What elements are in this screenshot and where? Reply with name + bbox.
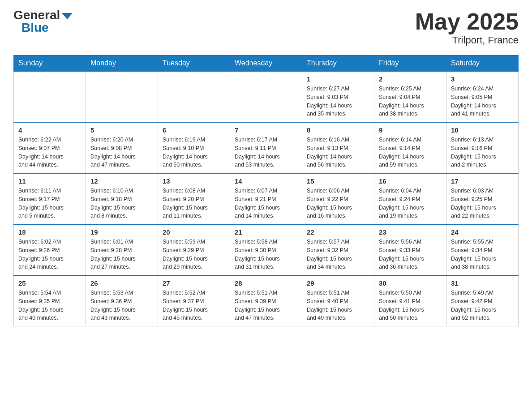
calendar-header-row: Sunday Monday Tuesday Wednesday Thursday…: [14, 56, 519, 72]
day-info: Sunrise: 5:51 AMSunset: 9:40 PMDaylight:…: [307, 289, 369, 322]
week-row-2: 4Sunrise: 6:22 AMSunset: 9:07 PMDaylight…: [14, 122, 519, 173]
day-info: Sunrise: 5:59 AMSunset: 9:29 PMDaylight:…: [163, 238, 225, 271]
calendar-cell: 31Sunrise: 5:49 AMSunset: 9:42 PMDayligh…: [446, 275, 519, 326]
day-number: 24: [451, 228, 514, 236]
day-number: 10: [451, 126, 514, 134]
day-number: 19: [90, 228, 153, 236]
logo-blue-text: Blue: [21, 21, 49, 34]
calendar-cell: 7Sunrise: 6:17 AMSunset: 9:11 PMDaylight…: [230, 122, 302, 173]
day-number: 9: [379, 126, 442, 134]
day-info: Sunrise: 5:52 AMSunset: 9:37 PMDaylight:…: [163, 289, 225, 322]
day-info: Sunrise: 5:54 AMSunset: 9:35 PMDaylight:…: [18, 289, 81, 322]
col-tuesday: Tuesday: [158, 56, 230, 72]
day-number: 1: [307, 75, 369, 83]
day-info: Sunrise: 6:11 AMSunset: 9:17 PMDaylight:…: [18, 187, 81, 220]
day-number: 20: [163, 228, 225, 236]
day-info: Sunrise: 6:19 AMSunset: 9:10 PMDaylight:…: [163, 136, 225, 169]
day-info: Sunrise: 5:55 AMSunset: 9:34 PMDaylight:…: [451, 238, 514, 271]
calendar-cell: 24Sunrise: 5:55 AMSunset: 9:34 PMDayligh…: [446, 224, 519, 275]
calendar-cell: 9Sunrise: 6:14 AMSunset: 9:14 PMDaylight…: [374, 122, 446, 173]
day-info: Sunrise: 6:02 AMSunset: 9:26 PMDaylight:…: [18, 238, 81, 271]
day-info: Sunrise: 6:14 AMSunset: 9:14 PMDaylight:…: [379, 136, 442, 169]
calendar-cell: [158, 71, 230, 122]
calendar-cell: 10Sunrise: 6:13 AMSunset: 9:16 PMDayligh…: [446, 122, 519, 173]
day-info: Sunrise: 6:07 AMSunset: 9:21 PMDaylight:…: [235, 187, 297, 220]
day-info: Sunrise: 6:01 AMSunset: 9:28 PMDaylight:…: [90, 238, 153, 271]
day-number: 22: [307, 228, 369, 236]
calendar-cell: 19Sunrise: 6:01 AMSunset: 9:28 PMDayligh…: [86, 224, 158, 275]
location-subtitle: Trilport, France: [415, 34, 519, 46]
day-number: 31: [451, 279, 514, 287]
col-thursday: Thursday: [302, 56, 374, 72]
week-row-5: 25Sunrise: 5:54 AMSunset: 9:35 PMDayligh…: [14, 275, 519, 326]
calendar-cell: [230, 71, 302, 122]
col-sunday: Sunday: [14, 56, 86, 72]
day-info: Sunrise: 6:03 AMSunset: 9:25 PMDaylight:…: [451, 187, 514, 220]
day-number: 12: [90, 177, 153, 185]
calendar-table: Sunday Monday Tuesday Wednesday Thursday…: [13, 55, 519, 326]
week-row-1: 1Sunrise: 6:27 AMSunset: 9:03 PMDaylight…: [14, 71, 519, 122]
day-info: Sunrise: 6:16 AMSunset: 9:13 PMDaylight:…: [307, 136, 369, 169]
calendar-cell: 18Sunrise: 6:02 AMSunset: 9:26 PMDayligh…: [14, 224, 86, 275]
day-number: 2: [379, 75, 442, 83]
calendar-cell: 5Sunrise: 6:20 AMSunset: 9:08 PMDaylight…: [86, 122, 158, 173]
day-number: 7: [235, 126, 297, 134]
day-number: 11: [18, 177, 81, 185]
day-info: Sunrise: 6:25 AMSunset: 9:04 PMDaylight:…: [379, 85, 442, 118]
day-info: Sunrise: 5:56 AMSunset: 9:33 PMDaylight:…: [379, 238, 442, 271]
col-friday: Friday: [374, 56, 446, 72]
day-info: Sunrise: 6:04 AMSunset: 9:24 PMDaylight:…: [379, 187, 442, 220]
day-number: 21: [235, 228, 297, 236]
day-number: 18: [18, 228, 81, 236]
calendar-cell: 6Sunrise: 6:19 AMSunset: 9:10 PMDaylight…: [158, 122, 230, 173]
calendar-cell: 1Sunrise: 6:27 AMSunset: 9:03 PMDaylight…: [302, 71, 374, 122]
calendar-cell: 12Sunrise: 6:10 AMSunset: 9:18 PMDayligh…: [86, 173, 158, 224]
day-info: Sunrise: 5:53 AMSunset: 9:36 PMDaylight:…: [90, 289, 153, 322]
calendar-cell: 13Sunrise: 6:08 AMSunset: 9:20 PMDayligh…: [158, 173, 230, 224]
calendar-cell: 29Sunrise: 5:51 AMSunset: 9:40 PMDayligh…: [302, 275, 374, 326]
calendar-cell: 20Sunrise: 5:59 AMSunset: 9:29 PMDayligh…: [158, 224, 230, 275]
day-number: 27: [163, 279, 225, 287]
calendar-cell: [14, 71, 86, 122]
day-number: 30: [379, 279, 442, 287]
day-number: 17: [451, 177, 514, 185]
calendar-cell: 2Sunrise: 6:25 AMSunset: 9:04 PMDaylight…: [374, 71, 446, 122]
day-info: Sunrise: 5:57 AMSunset: 9:32 PMDaylight:…: [307, 238, 369, 271]
day-number: 3: [451, 75, 514, 83]
calendar-cell: 3Sunrise: 6:24 AMSunset: 9:05 PMDaylight…: [446, 71, 519, 122]
calendar-cell: 23Sunrise: 5:56 AMSunset: 9:33 PMDayligh…: [374, 224, 446, 275]
calendar-cell: 17Sunrise: 6:03 AMSunset: 9:25 PMDayligh…: [446, 173, 519, 224]
calendar-cell: 21Sunrise: 5:58 AMSunset: 9:30 PMDayligh…: [230, 224, 302, 275]
col-wednesday: Wednesday: [230, 56, 302, 72]
day-number: 5: [90, 126, 153, 134]
month-year-title: May 2025: [415, 9, 519, 34]
calendar-cell: 15Sunrise: 6:06 AMSunset: 9:22 PMDayligh…: [302, 173, 374, 224]
day-info: Sunrise: 6:06 AMSunset: 9:22 PMDaylight:…: [307, 187, 369, 220]
col-saturday: Saturday: [446, 56, 519, 72]
day-number: 13: [163, 177, 225, 185]
calendar-cell: 22Sunrise: 5:57 AMSunset: 9:32 PMDayligh…: [302, 224, 374, 275]
calendar-cell: 14Sunrise: 6:07 AMSunset: 9:21 PMDayligh…: [230, 173, 302, 224]
calendar-cell: 27Sunrise: 5:52 AMSunset: 9:37 PMDayligh…: [158, 275, 230, 326]
day-info: Sunrise: 6:27 AMSunset: 9:03 PMDaylight:…: [307, 85, 369, 118]
calendar-cell: 4Sunrise: 6:22 AMSunset: 9:07 PMDaylight…: [14, 122, 86, 173]
day-info: Sunrise: 6:10 AMSunset: 9:18 PMDaylight:…: [90, 187, 153, 220]
calendar-cell: 11Sunrise: 6:11 AMSunset: 9:17 PMDayligh…: [14, 173, 86, 224]
calendar-cell: 16Sunrise: 6:04 AMSunset: 9:24 PMDayligh…: [374, 173, 446, 224]
week-row-4: 18Sunrise: 6:02 AMSunset: 9:26 PMDayligh…: [14, 224, 519, 275]
calendar-cell: 28Sunrise: 5:51 AMSunset: 9:39 PMDayligh…: [230, 275, 302, 326]
day-info: Sunrise: 6:17 AMSunset: 9:11 PMDaylight:…: [235, 136, 297, 169]
calendar-cell: [86, 71, 158, 122]
day-number: 28: [235, 279, 297, 287]
logo: General Blue: [13, 9, 73, 34]
col-monday: Monday: [86, 56, 158, 72]
day-number: 26: [90, 279, 153, 287]
day-number: 14: [235, 177, 297, 185]
day-info: Sunrise: 5:58 AMSunset: 9:30 PMDaylight:…: [235, 238, 297, 271]
day-number: 15: [307, 177, 369, 185]
logo-arrow-icon: [62, 13, 73, 19]
calendar-cell: 8Sunrise: 6:16 AMSunset: 9:13 PMDaylight…: [302, 122, 374, 173]
day-info: Sunrise: 6:20 AMSunset: 9:08 PMDaylight:…: [90, 136, 153, 169]
day-info: Sunrise: 6:24 AMSunset: 9:05 PMDaylight:…: [451, 85, 514, 118]
day-number: 25: [18, 279, 81, 287]
